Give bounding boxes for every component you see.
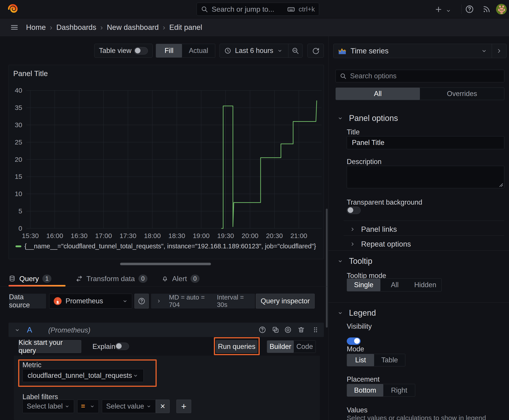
global-search-input[interactable]: Search or jump to... ctrl+k [197, 3, 319, 16]
datasource-label: Data source [9, 294, 46, 308]
add-filter-button[interactable]: + [176, 400, 191, 413]
vertical-scrollbar[interactable] [326, 209, 328, 328]
refresh-button[interactable] [307, 44, 324, 58]
time-range-value: Last 6 hours [235, 47, 273, 55]
panel-title-input[interactable]: Panel Title [347, 136, 504, 149]
viz-suggestions-button[interactable] [492, 44, 506, 58]
panel-links-row[interactable]: Panel links [350, 224, 397, 235]
builder-option[interactable]: Builder [267, 341, 294, 353]
tooltip-mode-single[interactable]: Single [347, 279, 380, 291]
query-help-icon[interactable] [258, 326, 266, 334]
query-ref-id: A [27, 325, 32, 334]
legend-visibility-toggle[interactable] [347, 338, 361, 345]
add-button[interactable] [434, 5, 443, 14]
tooltip-mode-all[interactable]: All [380, 279, 409, 291]
duplicate-query-icon[interactable] [272, 326, 279, 334]
panel-options-sidebar: Time series Search options All Overrides… [328, 36, 509, 420]
table-view-toggle[interactable] [134, 47, 148, 54]
chevron-right-icon [350, 227, 355, 232]
zoom-out-button[interactable] [289, 46, 302, 55]
panel-options-header[interactable]: Panel options [337, 113, 398, 123]
chevron-right-icon[interactable] [156, 298, 161, 304]
clock-icon [224, 47, 231, 54]
legend-placement-right[interactable]: Right [383, 384, 415, 397]
tab-all-options[interactable]: All [336, 88, 420, 100]
max-data-points-stat: MD = auto = 704 [169, 294, 209, 308]
datasource-picker[interactable]: Prometheus [49, 294, 132, 308]
options-search-input[interactable]: Search options [335, 70, 504, 82]
svg-text:20:00: 20:00 [242, 232, 258, 239]
plus-icon [434, 5, 443, 14]
operator-dropdown[interactable]: = [77, 400, 99, 413]
menu-toggle[interactable] [10, 23, 19, 32]
active-tab-indicator [8, 285, 66, 286]
remove-filter-button[interactable]: ✕ [156, 400, 170, 413]
legend-mode-table[interactable]: Table [374, 354, 405, 366]
breadcrumb-home[interactable]: Home [26, 23, 46, 32]
legend-section-header[interactable]: Legend [337, 308, 376, 318]
tab-transform[interactable]: Transform data 0 [76, 272, 147, 285]
select-value-group: Select value ✕ [102, 400, 170, 413]
breadcrumb-dashboards[interactable]: Dashboards [56, 23, 96, 32]
time-series-chart[interactable]: 051015202530354015:3016:0016:3017:0017:3… [9, 85, 324, 252]
tab-transform-count: 0 [138, 275, 147, 283]
tab-overrides[interactable]: Overrides [420, 88, 504, 100]
select-value-dropdown[interactable]: Select value [102, 400, 156, 413]
transparent-bg-toggle[interactable] [347, 207, 361, 214]
svg-text:17:00: 17:00 [95, 232, 112, 239]
svg-text:17:30: 17:30 [120, 232, 137, 239]
add-dropdown-caret[interactable] [444, 6, 453, 15]
delete-query-icon[interactable] [297, 326, 305, 334]
news-button[interactable] [482, 5, 491, 14]
help-icon [138, 297, 145, 305]
user-avatar[interactable] [496, 4, 507, 15]
help-icon [465, 5, 474, 14]
legend-placement-bottom[interactable]: Bottom [347, 384, 383, 397]
svg-text:15: 15 [15, 173, 22, 180]
collapse-query-icon[interactable] [14, 327, 20, 333]
tab-alert[interactable]: Alert 0 [161, 272, 199, 285]
breadcrumb: Home › Dashboards › New dashboard › Edit… [26, 18, 202, 36]
tab-transform-label: Transform data [86, 275, 135, 283]
tooltip-section-header[interactable]: Tooltip [337, 256, 372, 266]
tab-query[interactable]: Query 1 [8, 272, 51, 285]
run-queries-button[interactable]: Run queries [216, 340, 258, 353]
breadcrumb-new-dashboard[interactable]: New dashboard [107, 23, 159, 32]
options-search-placeholder: Search options [350, 72, 396, 80]
query-inspector-button[interactable]: Query inspector [256, 294, 315, 308]
viz-type-select[interactable]: Time series [334, 44, 492, 58]
panel-description-textarea[interactable] [347, 166, 504, 188]
chevron-right-icon [350, 241, 355, 247]
code-option[interactable]: Code [294, 341, 316, 353]
panel-preview: Panel Title 051015202530354015:3016:0016… [8, 65, 324, 259]
visualization-picker: Time series [333, 44, 507, 58]
time-range-picker[interactable]: Last 6 hours [220, 47, 288, 55]
tooltip-mode-hidden[interactable]: Hidden [409, 279, 441, 291]
chevron-down-icon [146, 404, 152, 409]
chevron-down-icon [481, 48, 487, 54]
legend-mode-list[interactable]: List [347, 354, 374, 366]
horizontal-scrollbar[interactable] [120, 263, 211, 265]
metric-select[interactable]: cloudflared_tunnel_total_requests [23, 369, 144, 382]
actual-option[interactable]: Actual [182, 44, 215, 57]
query-datasource-note: (Prometheus) [48, 326, 91, 334]
select-label-dropdown[interactable]: Select label [23, 400, 74, 413]
explain-toggle[interactable] [115, 343, 129, 350]
fill-actual-segmented: Fill Actual [156, 44, 215, 58]
resize-handle-icon[interactable] [499, 183, 503, 187]
hide-response-icon[interactable] [284, 326, 292, 334]
edit-panel-content: Table view Fill Actual Last 6 hours Pane… [0, 36, 328, 420]
grafana-logo[interactable] [8, 3, 20, 15]
transform-icon [76, 275, 83, 282]
breadcrumb-edit-panel: Edit panel [169, 23, 202, 32]
repeat-options-row[interactable]: Repeat options [350, 239, 411, 250]
drag-handle-icon[interactable] [312, 326, 319, 334]
help-button[interactable] [465, 5, 474, 14]
query-row-header[interactable]: A (Prometheus) [8, 323, 324, 337]
table-view-control: Table view [94, 44, 153, 58]
legend-series-label[interactable]: {__name__="cloudflared_tunnel_total_requ… [24, 242, 316, 250]
datasource-help-button[interactable] [134, 294, 149, 308]
chevron-down-icon [446, 8, 451, 14]
kick-start-query-button[interactable]: Kick start your query [18, 340, 81, 353]
fill-option[interactable]: Fill [156, 44, 182, 57]
